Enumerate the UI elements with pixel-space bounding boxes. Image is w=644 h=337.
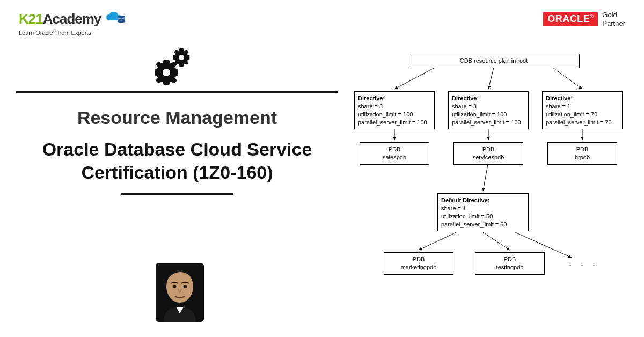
pdb-box-hr: PDB hrpdb xyxy=(547,142,617,165)
svg-line-7 xyxy=(394,68,435,89)
divider-top xyxy=(16,91,338,93)
logo-k21-prefix: K21 xyxy=(19,11,43,27)
cloud-db-icon xyxy=(105,11,127,27)
svg-point-6 xyxy=(184,285,187,288)
svg-line-13 xyxy=(483,162,488,191)
logo-tagline-post: from Experts xyxy=(56,30,91,36)
directive-box-3: Directive: share = 1 utilization_limit =… xyxy=(542,91,623,129)
presenter-avatar xyxy=(156,263,204,322)
svg-point-1 xyxy=(179,55,184,60)
directive-box-1: Directive: share = 3 utilization_limit =… xyxy=(354,91,435,129)
main-title: Oracle Database Cloud Service Certificat… xyxy=(16,138,338,184)
ellipsis: . . . xyxy=(569,258,598,269)
default-directive-box: Default Directive: share = 1 utilization… xyxy=(437,193,529,231)
svg-line-9 xyxy=(553,68,582,89)
svg-line-8 xyxy=(488,68,494,89)
pdb-box-marketing: PDB marketingpdb xyxy=(384,252,453,275)
svg-point-0 xyxy=(118,16,125,18)
pdb-box-services: PDB servicespdb xyxy=(453,142,523,165)
oracle-logo: ORACLE® xyxy=(543,12,598,26)
logo-k21-suffix: Academy xyxy=(43,11,101,27)
subtitle: Resource Management xyxy=(16,107,338,128)
logo-tagline-pre: Learn Oracle xyxy=(19,30,53,36)
partner-line1: Gold xyxy=(602,11,625,19)
pdb-box-sales: PDB salespdb xyxy=(360,142,429,165)
oracle-partner-badge: ORACLE® Gold Partner xyxy=(543,11,625,27)
pdb-box-testing: PDB testingpdb xyxy=(475,252,545,275)
svg-point-2 xyxy=(163,69,170,76)
cdb-resource-plan-diagram: CDB resource plan in root Directive: sha… xyxy=(354,54,628,322)
divider-under-title xyxy=(121,193,233,195)
gears-icon xyxy=(150,46,201,91)
svg-line-14 xyxy=(419,232,456,250)
svg-point-5 xyxy=(173,285,177,288)
cdb-root-box: CDB resource plan in root xyxy=(408,54,580,68)
k21-logo: K21Academy Learn Oracle® from Experts xyxy=(19,11,127,36)
title-block: Resource Management Oracle Database Clou… xyxy=(16,107,338,195)
partner-line2: Partner xyxy=(602,19,625,28)
directive-box-2: Directive: share = 3 utilization_limit =… xyxy=(448,91,529,129)
svg-line-15 xyxy=(483,232,510,250)
